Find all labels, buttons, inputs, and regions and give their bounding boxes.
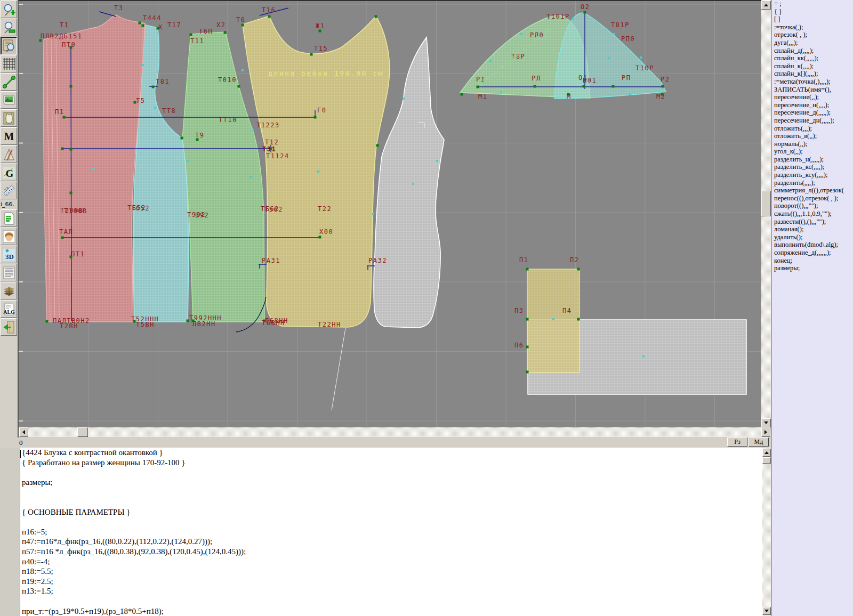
- command-item[interactable]: сплайн_к(,,,,);: [771, 62, 853, 70]
- command-item[interactable]: разделить_кс(,,,,);: [771, 163, 853, 171]
- svg-text:M: M: [4, 131, 14, 142]
- editor-line: п13:=1.5;: [20, 586, 762, 596]
- editor-line: [20, 497, 762, 507]
- command-item[interactable]: перенос((),отрезок( , );: [771, 194, 853, 202]
- pattern-piece-tool[interactable]: [1, 109, 17, 127]
- command-item[interactable]: развести((),(),,,"");: [771, 218, 853, 226]
- command-item[interactable]: выполнить(dmod\.alg);: [771, 241, 853, 249]
- algorithm-editor[interactable]: {4424 Блузка с контрастной окантовкой }{…: [0, 448, 771, 616]
- command-item[interactable]: поворот((),,,"");: [771, 202, 853, 210]
- list-tool[interactable]: [1, 264, 17, 281]
- command-item[interactable]: пересечение(,,);: [771, 93, 853, 101]
- editor-margin: [0, 448, 20, 616]
- scroll-down-button[interactable]: [762, 607, 771, 615]
- command-item[interactable]: конец;: [771, 257, 853, 265]
- command-item[interactable]: :=метка(точка(,),,,,);: [771, 78, 853, 86]
- scroll-up-button[interactable]: [762, 449, 771, 457]
- command-item[interactable]: отложить(,,,);: [771, 125, 853, 133]
- table-tool[interactable]: [1, 209, 17, 227]
- command-item[interactable]: сплайн_кк(,,,,,);: [771, 54, 853, 62]
- segment-tool[interactable]: [1, 73, 17, 91]
- zoom-out-tool[interactable]: [1, 19, 17, 36]
- svg-text:ALG: ALG: [3, 309, 15, 315]
- grid-tool[interactable]: [1, 55, 17, 72]
- status-band: 0 Рз Мд: [0, 437, 771, 448]
- alg-tool[interactable]: ALG: [1, 300, 17, 318]
- scroll-left-button[interactable]: [19, 427, 28, 437]
- scroll-thumb[interactable]: [761, 191, 771, 216]
- editor-line: [20, 487, 762, 497]
- command-item[interactable]: [ ]: [771, 15, 853, 23]
- editor-line: п40:=-4;: [20, 557, 762, 567]
- command-item[interactable]: сплайн_д(,,,,);: [771, 47, 853, 55]
- picture-tool[interactable]: [1, 91, 17, 109]
- drafting-tool[interactable]: [1, 145, 17, 163]
- md-button[interactable]: Мд: [749, 437, 769, 447]
- command-item[interactable]: разделить(,,,,);: [771, 179, 853, 187]
- command-item[interactable]: сплайн_к[](,,,,);: [771, 70, 853, 78]
- command-item[interactable]: ломаная();: [771, 225, 853, 233]
- canvas-horizontal-scrollbar[interactable]: [19, 427, 771, 437]
- editor-line: п18:=5.5;: [20, 566, 762, 577]
- editor-vertical-scrollbar[interactable]: [762, 448, 771, 616]
- measure-m-tool[interactable]: M: [1, 127, 17, 145]
- books-tool[interactable]: [1, 282, 17, 299]
- editor-line: {4424 Блузка с контрастной окантовкой }: [20, 448, 762, 458]
- scroll-down-button[interactable]: [761, 418, 771, 427]
- piece-front-yellow[interactable]: [243, 16, 390, 327]
- editor-text-area[interactable]: {4424 Блузка с контрастной окантовкой }{…: [20, 448, 762, 616]
- command-item[interactable]: :=точка(,);: [771, 23, 853, 31]
- command-item[interactable]: пересечение_д(,,,,,);: [771, 109, 853, 117]
- editor-line: [20, 596, 762, 606]
- command-item[interactable]: отрезок( , );: [771, 31, 853, 39]
- scroll-up-button[interactable]: [761, 1, 771, 10]
- editor-line: { Разработано на размер женщины 170-92-1…: [20, 458, 762, 468]
- zoom-in-tool[interactable]: [1, 1, 17, 18]
- editor-line: п47:=п16*л_фнк(рз_16,((80,0.22),(112,0.2…: [20, 537, 762, 547]
- status-zero: 0: [19, 439, 23, 447]
- scroll-right-button[interactable]: [761, 427, 770, 437]
- command-item[interactable]: отложить_в(,,);: [771, 132, 853, 140]
- command-item[interactable]: разделить_н(,,,,,);: [771, 156, 853, 164]
- command-item[interactable]: удалить();: [771, 233, 853, 241]
- piece-rect-yellow[interactable]: [527, 269, 580, 372]
- g-tool[interactable]: G: [1, 164, 17, 181]
- command-item[interactable]: сопряжение_д(,,,,,,);: [771, 249, 853, 257]
- command-item[interactable]: { }: [771, 8, 853, 16]
- command-item[interactable]: симметрия_л((),отрезок(: [771, 187, 853, 194]
- command-item[interactable]: угол_к(,,);: [771, 148, 853, 156]
- piece-sleeve-cyan[interactable]: [554, 13, 666, 99]
- editor-line: п19:=2.5;: [20, 577, 762, 587]
- editor-line: [20, 467, 762, 477]
- model-photo-tool[interactable]: [1, 228, 17, 245]
- command-item[interactable]: размеры;: [771, 264, 853, 272]
- svg-text:G: G: [5, 168, 13, 179]
- command-item[interactable]: сжать((),,,1.1,0.9,"");: [771, 210, 853, 218]
- app-window: MG7 8i_66.3DALG: [0, 0, 853, 616]
- editor-line: [20, 517, 762, 527]
- command-item[interactable]: ЗАПИСАТЬ(имя=(),: [771, 86, 853, 94]
- command-item[interactable]: разделить_ксу(,,,,);: [771, 171, 853, 179]
- command-item[interactable]: = ;: [771, 0, 853, 8]
- drafting-canvas[interactable]: Т3Т444ХТ17Т1ПЛВ2ДБ151ПТ0Х2Т6ПТ6Т16Ж1Т15Т…: [19, 0, 761, 427]
- command-item[interactable]: нормаль(,,);: [771, 140, 853, 148]
- text-cursor: [20, 450, 21, 458]
- editor-line: при_т:=(рз_19*0.5+п19),(рз_18*0.5+п18);: [20, 606, 762, 616]
- scroll-thumb[interactable]: [762, 457, 771, 464]
- command-item[interactable]: пересечение_дн(,,,,,);: [771, 117, 853, 125]
- exit-tool[interactable]: [1, 318, 17, 336]
- scroll-thumb[interactable]: [77, 427, 88, 437]
- canvas-vertical-scrollbar[interactable]: [761, 0, 771, 427]
- pattern-drawing: [19, 1, 761, 427]
- editor-line: п57:=п16 *л_фнк(рз_16,((80,0.38),(92,0.3…: [20, 547, 762, 557]
- command-item[interactable]: пересечение_н(,,,,);: [771, 101, 853, 109]
- i66-label: i_66.: [0, 200, 18, 209]
- preview-tool[interactable]: [1, 37, 17, 54]
- editor-line: размеры;: [20, 477, 762, 488]
- editor-line: { ОСНОВНЫЕ ПАРАМЕТРЫ }: [20, 507, 762, 517]
- svg-text:3D: 3D: [5, 253, 14, 261]
- command-item[interactable]: дуга(,,,);: [771, 39, 853, 47]
- ruler-tool[interactable]: 7 8: [1, 182, 17, 199]
- rz-button[interactable]: Рз: [727, 437, 747, 447]
- threed-tool[interactable]: 3D: [1, 246, 17, 263]
